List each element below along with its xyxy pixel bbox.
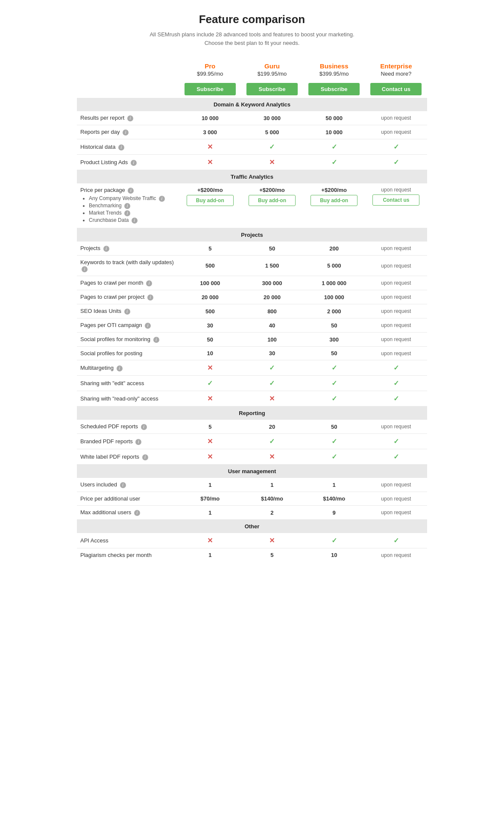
row-keywords-to-track: Keywords to track (with daily updates) i… (77, 256, 427, 276)
info-icon[interactable]: i (120, 482, 126, 488)
cross-icon: ✕ (207, 143, 213, 150)
enterprise-contact-button[interactable]: Contact us (370, 83, 422, 95)
row-price-additional-user: Price per additional user $70/mo $140/mo… (77, 492, 427, 506)
info-icon[interactable]: i (124, 309, 130, 315)
info-icon[interactable]: i (82, 266, 88, 272)
cross-icon: ✕ (207, 364, 213, 371)
section-projects: Projects (77, 228, 427, 242)
sublist-item: Any Company Website Traffic i (89, 195, 176, 202)
row-social-posting: Social profiles for posting 10 30 50 upo… (77, 347, 427, 360)
enterprise-cta-cell: Contact us (365, 80, 427, 98)
plan-guru-header: Guru $199.95/mo (241, 60, 303, 80)
check-icon: ✓ (393, 395, 399, 402)
check-icon: ✓ (393, 537, 399, 544)
info-icon[interactable]: i (153, 337, 159, 343)
row-seo-ideas-units: SEO Ideas Units i 500 800 2 000 upon req… (77, 304, 427, 318)
check-icon: ✓ (393, 143, 399, 150)
plan-enterprise-header: Enterprise Need more? (365, 60, 427, 80)
check-icon: ✓ (393, 380, 399, 387)
check-icon: ✓ (269, 364, 275, 371)
row-price-per-package: Price per package i Any Company Website … (77, 183, 427, 228)
business-subscribe-button[interactable]: Subscribe (308, 83, 360, 95)
sublist-item: Benchmarking i (89, 203, 176, 209)
plan-pro-header: Pro $99.95/mo (179, 60, 241, 80)
section-other: Other (77, 520, 427, 533)
row-api-access: API Access ✕ ✕ ✓ ✓ (77, 533, 427, 548)
guru-subscribe-button[interactable]: Subscribe (246, 83, 298, 95)
row-historical-data: Historical data i ✕ ✓ ✓ ✓ (77, 139, 427, 155)
row-max-additional-users: Max additional users i 1 2 9 upon reques… (77, 506, 427, 520)
section-domain-keyword: Domain & Keyword Analytics (77, 98, 427, 111)
check-icon: ✓ (331, 380, 337, 387)
check-icon: ✓ (331, 364, 337, 371)
check-icon: ✓ (393, 364, 399, 371)
check-icon: ✓ (269, 438, 275, 445)
traffic-contact-enterprise-button[interactable]: Contact us (372, 194, 419, 206)
cross-icon: ✕ (207, 159, 213, 166)
row-users-included: Users included i 1 1 1 upon request (77, 478, 427, 492)
plan-pro-price: $99.95/mo (181, 71, 239, 77)
traffic-sublist: Any Company Website Traffic i Benchmarki… (80, 195, 176, 224)
plan-business-name: Business (305, 62, 363, 70)
info-icon[interactable]: i (124, 210, 130, 216)
check-icon: ✓ (269, 380, 275, 387)
row-sharing-readonly: Sharing with "read-only" access ✕ ✕ ✓ ✓ (77, 391, 427, 406)
info-icon[interactable]: i (134, 510, 140, 516)
row-social-monitoring: Social profiles for monitoring i 50 100 … (77, 333, 427, 347)
info-icon[interactable]: i (131, 160, 137, 166)
cross-icon: ✕ (269, 453, 275, 460)
info-icon[interactable]: i (127, 115, 133, 121)
plan-guru-price: $199.95/mo (243, 71, 301, 77)
info-icon[interactable]: i (103, 246, 109, 252)
info-icon[interactable]: i (118, 144, 124, 150)
plan-pro-name: Pro (181, 62, 239, 70)
info-icon[interactable]: i (141, 424, 147, 430)
check-icon: ✓ (331, 453, 337, 460)
traffic-addon-guru-button[interactable]: Buy add-on (249, 195, 296, 206)
check-icon: ✓ (331, 143, 337, 150)
section-user-management: User management (77, 465, 427, 478)
row-pages-to-crawl-project: Pages to crawl per project i 20 000 20 0… (77, 290, 427, 304)
info-icon[interactable]: i (135, 439, 141, 445)
cross-icon: ✕ (207, 395, 213, 402)
check-icon: ✓ (331, 537, 337, 544)
traffic-price-pro: +$200/mo (182, 187, 238, 193)
cross-icon: ✕ (269, 159, 275, 166)
sublist-item: Market Trends i (89, 210, 176, 216)
check-icon: ✓ (331, 438, 337, 445)
info-icon[interactable]: i (147, 295, 153, 300)
info-icon[interactable]: i (132, 218, 138, 224)
row-pages-oti-campaign: Pages per OTI campaign i 30 40 50 upon r… (77, 318, 427, 333)
plan-guru-name: Guru (243, 62, 301, 70)
check-icon: ✓ (393, 438, 399, 445)
check-icon: ✓ (393, 159, 399, 166)
cross-icon: ✕ (207, 537, 213, 544)
traffic-addon-business-button[interactable]: Buy add-on (311, 195, 357, 206)
section-traffic-analytics: Traffic Analytics (77, 170, 427, 184)
info-icon[interactable]: i (124, 203, 130, 209)
plan-business-price: $399.95/mo (305, 71, 363, 77)
row-white-label-pdf: White label PDF reports i ✕ ✕ ✓ ✓ (77, 449, 427, 465)
info-icon[interactable]: i (117, 365, 123, 371)
plan-enterprise-name: Enterprise (367, 62, 425, 70)
row-branded-pdf: Branded PDF reports i ✕ ✓ ✓ ✓ (77, 434, 427, 449)
info-icon[interactable]: i (128, 188, 134, 194)
info-icon[interactable]: i (142, 454, 148, 460)
check-icon: ✓ (207, 380, 213, 387)
info-icon[interactable]: i (159, 196, 165, 202)
traffic-addon-pro-button[interactable]: Buy add-on (187, 195, 234, 206)
sublist-item: Crunchbase Data i (89, 217, 176, 224)
pro-subscribe-button[interactable]: Subscribe (185, 83, 236, 95)
row-plagiarism-checks: Plagiarism checks per month 1 5 10 upon … (77, 548, 427, 562)
row-multitargeting: Multitargeting i ✕ ✓ ✓ ✓ (77, 360, 427, 376)
row-reports-per-day: Reports per day i 3 000 5 000 10 000 upo… (77, 125, 427, 139)
info-icon[interactable]: i (146, 280, 152, 286)
row-scheduled-pdf: Scheduled PDF reports i 5 20 50 upon req… (77, 420, 427, 434)
row-results-per-report: Results per report i 10 000 30 000 50 00… (77, 111, 427, 125)
plans-header-row: Pro $99.95/mo Guru $199.95/mo Business $… (77, 60, 427, 80)
info-icon[interactable]: i (123, 130, 129, 136)
info-icon[interactable]: i (145, 323, 151, 329)
check-icon: ✓ (269, 143, 275, 150)
page-subtitle: All SEMrush plans include 28 advanced to… (77, 30, 427, 47)
row-product-listing-ads: Product Listing Ads i ✕ ✕ ✓ ✓ (77, 155, 427, 170)
